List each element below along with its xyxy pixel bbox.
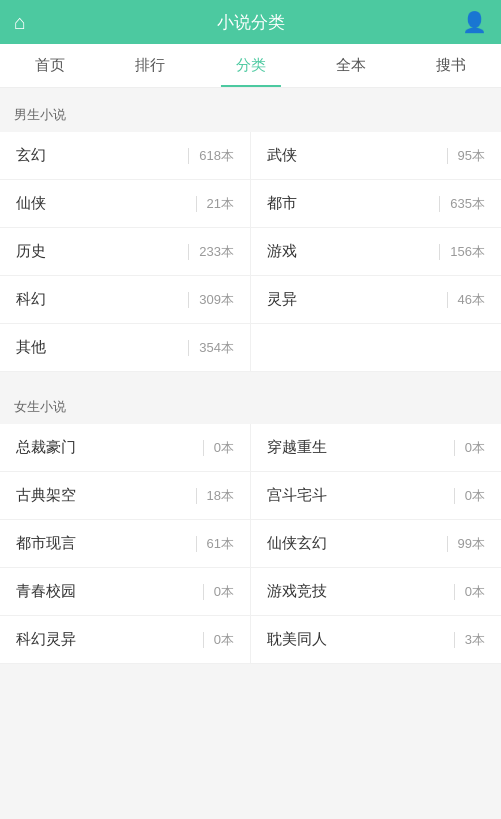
list-item[interactable]: 游戏竞技 0本 bbox=[250, 568, 501, 615]
divider bbox=[196, 536, 197, 552]
divider bbox=[454, 488, 455, 504]
tab-rank[interactable]: 排行 bbox=[100, 44, 200, 87]
user-icon[interactable]: 👤 bbox=[462, 10, 487, 34]
divider bbox=[203, 584, 204, 600]
tab-search[interactable]: 搜书 bbox=[401, 44, 501, 87]
list-item[interactable]: 总裁豪门 0本 bbox=[0, 424, 250, 471]
tab-category[interactable]: 分类 bbox=[200, 44, 300, 87]
divider bbox=[439, 244, 440, 260]
divider bbox=[447, 536, 448, 552]
category-name: 武侠 bbox=[267, 146, 437, 165]
list-item[interactable]: 耽美同人 3本 bbox=[250, 616, 501, 663]
category-count: 3本 bbox=[465, 631, 485, 649]
list-item[interactable]: 宫斗宅斗 0本 bbox=[250, 472, 501, 519]
list-item[interactable]: 灵异 46本 bbox=[250, 276, 501, 323]
table-row: 科幻 309本 灵异 46本 bbox=[0, 276, 501, 324]
female-category-section: 总裁豪门 0本 穿越重生 0本 古典架空 18本 宫斗宅斗 0本 都市现言 61… bbox=[0, 424, 501, 664]
list-item[interactable]: 古典架空 18本 bbox=[0, 472, 250, 519]
category-count: 233本 bbox=[199, 243, 234, 261]
category-name: 历史 bbox=[16, 242, 178, 261]
list-item[interactable]: 武侠 95本 bbox=[250, 132, 501, 179]
category-count: 0本 bbox=[214, 631, 234, 649]
tab-complete[interactable]: 全本 bbox=[301, 44, 401, 87]
category-name: 青春校园 bbox=[16, 582, 193, 601]
empty-cell bbox=[250, 324, 501, 371]
list-item[interactable]: 科幻 309本 bbox=[0, 276, 250, 323]
category-count: 0本 bbox=[465, 487, 485, 505]
category-name: 宫斗宅斗 bbox=[267, 486, 444, 505]
category-count: 0本 bbox=[214, 439, 234, 457]
male-section-label: 男生小说 bbox=[0, 96, 501, 132]
list-item[interactable]: 游戏 156本 bbox=[250, 228, 501, 275]
divider bbox=[454, 584, 455, 600]
category-count: 0本 bbox=[465, 583, 485, 601]
category-name: 玄幻 bbox=[16, 146, 178, 165]
divider bbox=[188, 292, 189, 308]
divider bbox=[203, 440, 204, 456]
category-count: 309本 bbox=[199, 291, 234, 309]
divider bbox=[188, 244, 189, 260]
divider bbox=[196, 196, 197, 212]
table-row: 总裁豪门 0本 穿越重生 0本 bbox=[0, 424, 501, 472]
list-item[interactable]: 都市现言 61本 bbox=[0, 520, 250, 567]
table-row: 其他 354本 bbox=[0, 324, 501, 372]
home-icon[interactable]: ⌂ bbox=[14, 11, 26, 34]
category-count: 61本 bbox=[207, 535, 234, 553]
category-name: 都市现言 bbox=[16, 534, 186, 553]
category-count: 618本 bbox=[199, 147, 234, 165]
divider bbox=[447, 292, 448, 308]
list-item[interactable]: 历史 233本 bbox=[0, 228, 250, 275]
table-row: 仙侠 21本 都市 635本 bbox=[0, 180, 501, 228]
divider bbox=[454, 440, 455, 456]
category-count: 156本 bbox=[450, 243, 485, 261]
category-name: 游戏竞技 bbox=[267, 582, 444, 601]
table-row: 历史 233本 游戏 156本 bbox=[0, 228, 501, 276]
nav-tabs: 首页 排行 分类 全本 搜书 bbox=[0, 44, 501, 88]
category-count: 0本 bbox=[465, 439, 485, 457]
category-name: 耽美同人 bbox=[267, 630, 444, 649]
divider bbox=[447, 148, 448, 164]
list-item[interactable]: 其他 354本 bbox=[0, 324, 250, 371]
header-title: 小说分类 bbox=[217, 11, 285, 34]
section-gap bbox=[0, 372, 501, 380]
category-name: 游戏 bbox=[267, 242, 429, 261]
divider bbox=[203, 632, 204, 648]
category-count: 99本 bbox=[458, 535, 485, 553]
list-item[interactable]: 玄幻 618本 bbox=[0, 132, 250, 179]
divider bbox=[454, 632, 455, 648]
category-name: 科幻灵异 bbox=[16, 630, 193, 649]
category-name: 仙侠 bbox=[16, 194, 186, 213]
category-name: 仙侠玄幻 bbox=[267, 534, 437, 553]
category-name: 穿越重生 bbox=[267, 438, 444, 457]
category-count: 18本 bbox=[207, 487, 234, 505]
list-item[interactable]: 穿越重生 0本 bbox=[250, 424, 501, 471]
tab-home[interactable]: 首页 bbox=[0, 44, 100, 87]
category-name: 古典架空 bbox=[16, 486, 186, 505]
list-item[interactable]: 青春校园 0本 bbox=[0, 568, 250, 615]
category-count: 21本 bbox=[207, 195, 234, 213]
header: ⌂ 小说分类 👤 bbox=[0, 0, 501, 44]
divider bbox=[188, 148, 189, 164]
category-name: 都市 bbox=[267, 194, 429, 213]
list-item[interactable]: 都市 635本 bbox=[250, 180, 501, 227]
table-row: 科幻灵异 0本 耽美同人 3本 bbox=[0, 616, 501, 664]
list-item[interactable]: 仙侠玄幻 99本 bbox=[250, 520, 501, 567]
category-count: 354本 bbox=[199, 339, 234, 357]
category-name: 灵异 bbox=[267, 290, 437, 309]
category-count: 95本 bbox=[458, 147, 485, 165]
divider bbox=[439, 196, 440, 212]
category-count: 635本 bbox=[450, 195, 485, 213]
table-row: 玄幻 618本 武侠 95本 bbox=[0, 132, 501, 180]
list-item[interactable]: 仙侠 21本 bbox=[0, 180, 250, 227]
category-name: 总裁豪门 bbox=[16, 438, 193, 457]
divider bbox=[196, 488, 197, 504]
divider bbox=[188, 340, 189, 356]
category-count: 0本 bbox=[214, 583, 234, 601]
list-item[interactable]: 科幻灵异 0本 bbox=[0, 616, 250, 663]
category-name: 其他 bbox=[16, 338, 178, 357]
table-row: 古典架空 18本 宫斗宅斗 0本 bbox=[0, 472, 501, 520]
table-row: 青春校园 0本 游戏竞技 0本 bbox=[0, 568, 501, 616]
category-name: 科幻 bbox=[16, 290, 178, 309]
category-count: 46本 bbox=[458, 291, 485, 309]
male-category-section: 玄幻 618本 武侠 95本 仙侠 21本 都市 635本 历史 233本 bbox=[0, 132, 501, 372]
